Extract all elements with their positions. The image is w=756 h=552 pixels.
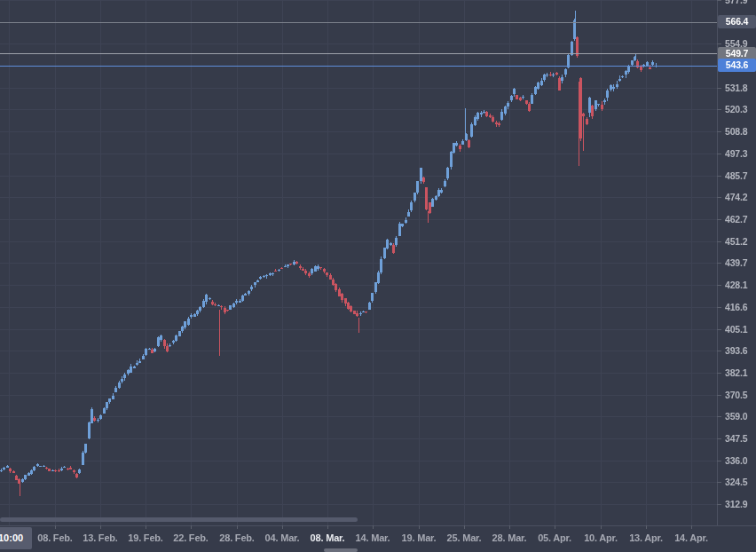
time-tick-mark — [100, 525, 101, 529]
price-tick-label: 451.2 — [725, 236, 755, 247]
scrollbar-thumb[interactable] — [0, 517, 358, 522]
time-tick-label: 10. Apr. — [584, 532, 618, 544]
time-tick-mark — [691, 525, 692, 529]
price-tick-label: 347.5 — [725, 433, 755, 444]
price-tick-mark — [717, 351, 721, 351]
price-tick-label: 508.8 — [725, 126, 755, 137]
price-tick-label: 497.3 — [725, 148, 755, 159]
price-tick-mark — [717, 176, 721, 177]
time-tick-label: 05. Apr. — [538, 532, 571, 544]
price-tick-label: 312.9 — [725, 499, 755, 509]
price-tick-mark — [717, 241, 721, 242]
price-tick-mark — [717, 395, 721, 396]
price-tick-mark — [717, 197, 721, 198]
time-tick-mark — [464, 525, 465, 529]
time-tick-label: 19. Mar. — [402, 532, 437, 544]
price-tick-mark — [717, 504, 721, 505]
time-tick-mark — [646, 525, 647, 529]
time-axis-border — [0, 525, 756, 526]
time-tick-mark — [601, 525, 602, 529]
price-tick-label: 382.1 — [725, 367, 755, 378]
price-tick-label: 416.6 — [725, 302, 755, 312]
price-tick-label: 336.0 — [725, 455, 755, 466]
crosshair-time-badge: . 10:00 — [0, 527, 32, 549]
price-tick-label: 520.3 — [725, 104, 755, 114]
time-tick-mark — [419, 525, 420, 529]
price-tick-mark — [717, 43, 721, 44]
price-tick-label: 474.2 — [725, 192, 755, 202]
price-tick-mark — [717, 88, 721, 89]
time-tick-label: 14. Mar. — [356, 532, 390, 544]
time-tick-label: 22. Feb. — [173, 532, 208, 544]
price-tick-mark — [717, 307, 721, 308]
time-tick-mark — [237, 525, 238, 529]
price-tick-label: 393.6 — [725, 345, 755, 356]
time-tick-label: 08. Mar. — [311, 532, 345, 544]
price-tick-label: 324.5 — [725, 477, 755, 487]
current-price-badge: 543.6 — [718, 59, 756, 72]
time-tick-label: 13. Apr. — [629, 532, 663, 544]
time-tick-mark — [373, 525, 374, 529]
price-tick-label: 359.0 — [725, 411, 755, 422]
price-tick-label: 370.5 — [725, 390, 755, 400]
trading-chart-app: 577.9554.9531.8520.3508.8497.3485.7474.2… — [0, 0, 756, 552]
time-tick-mark — [191, 525, 192, 529]
time-tick-mark — [55, 525, 56, 529]
price-tick-mark — [717, 154, 721, 154]
price-tick-label: 462.7 — [725, 214, 755, 225]
time-tick-mark — [555, 525, 555, 529]
selected-date-underline — [324, 548, 358, 552]
price-tick-mark — [717, 438, 721, 439]
price-tick-label: 428.1 — [725, 280, 755, 290]
price-tick-label: 485.7 — [725, 170, 755, 181]
price-tick-mark — [717, 329, 721, 330]
price-tick-mark — [717, 219, 721, 220]
price-tick-mark — [717, 263, 721, 264]
time-tick-mark — [146, 525, 146, 529]
price-tick-label: 439.7 — [725, 257, 755, 268]
price-tick-mark — [717, 0, 721, 1]
time-tick-label: 19. Feb. — [128, 532, 162, 544]
time-tick-label: 08. Feb. — [37, 532, 72, 544]
candlestick-chart-canvas[interactable] — [0, 0, 756, 552]
price-tick-label: 531.8 — [725, 83, 755, 93]
time-tick-label: 04. Mar. — [265, 532, 300, 544]
price-tick-label: 577.9 — [725, 0, 755, 5]
time-tick-label: 28. Mar. — [492, 532, 527, 544]
price-tick-mark — [717, 109, 721, 110]
time-tick-mark — [509, 525, 510, 529]
price-level-badge[interactable]: 566.4 — [718, 15, 756, 28]
time-tick-label: 28. Feb. — [219, 532, 254, 544]
price-tick-mark — [717, 482, 721, 483]
price-tick-mark — [717, 285, 721, 286]
time-tick-label: 14. Apr. — [674, 532, 708, 544]
price-tick-mark — [717, 416, 721, 417]
time-tick-mark — [282, 525, 283, 529]
time-tick-label: 13. Feb. — [83, 532, 117, 544]
time-tick-label: 25. Mar. — [447, 532, 482, 544]
price-tick-label: 405.1 — [725, 324, 755, 335]
price-tick-mark — [717, 373, 721, 374]
time-tick-mark — [327, 525, 328, 529]
price-tick-mark — [717, 461, 721, 461]
price-tick-mark — [717, 131, 721, 132]
